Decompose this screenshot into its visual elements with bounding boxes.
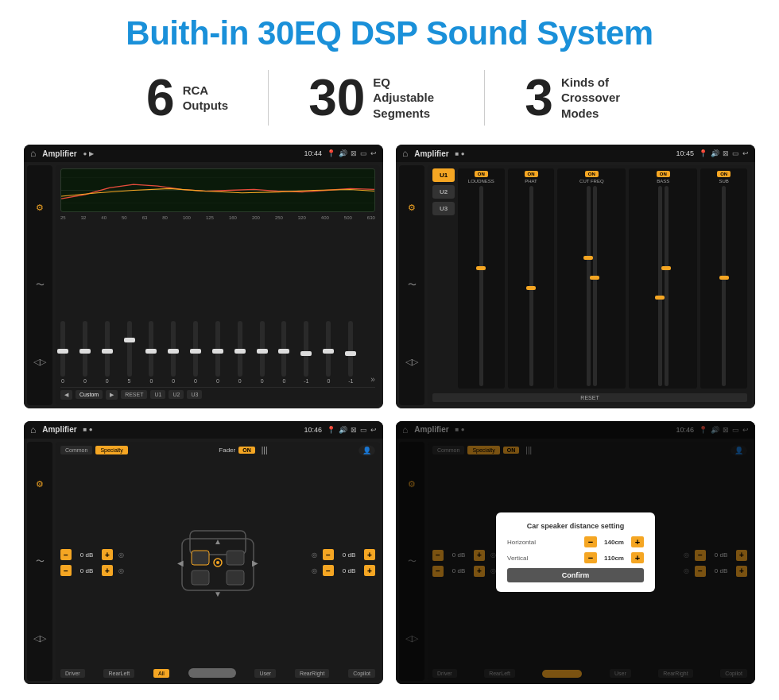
cutfreq-on[interactable]: ON — [585, 171, 599, 177]
svg-rect-7 — [192, 570, 209, 585]
cross-toolbar-wave[interactable]: 〜 — [408, 279, 417, 291]
eq-status-bar: ⌂ Amplifier ● ▶ 10:44 📍 🔊 ⊠ ▭ ↩ — [24, 145, 383, 162]
eq-slider-3[interactable]: 5 — [127, 321, 132, 384]
freq-100: 100 — [183, 215, 191, 220]
loudness-on[interactable]: ON — [475, 171, 488, 177]
loudness-slider[interactable] — [479, 186, 483, 386]
cross-home-icon[interactable]: ⌂ — [402, 148, 408, 159]
bass-slider-g[interactable] — [665, 186, 669, 386]
fader-center: ▲ ▼ ◀ ▶ — [130, 461, 305, 666]
eq-next-btn[interactable]: ▶ — [106, 390, 118, 400]
db-minus-tr[interactable]: − — [323, 549, 334, 560]
eq-slider-9[interactable]: 0 — [260, 321, 265, 384]
dialog-horiz-plus[interactable]: + — [631, 536, 644, 547]
cutfreq-slider-f[interactable] — [587, 186, 591, 386]
fader-slider-h[interactable]: ||| — [262, 446, 268, 454]
freq-630: 630 — [367, 215, 375, 220]
fader-toolbar-vol[interactable]: ◁▷ — [33, 633, 46, 644]
fader-tab-common[interactable]: Common — [60, 446, 92, 454]
eq-slider-13[interactable]: -1 — [348, 321, 353, 384]
cutfreq-slider-g[interactable] — [593, 186, 597, 386]
eq-freq-labels: 25 32 40 50 63 80 100 125 160 200 250 32… — [60, 215, 375, 220]
eq-slider-1[interactable]: 0 — [83, 321, 87, 384]
confirm-button[interactable]: Confirm — [507, 568, 644, 582]
rearright-btn[interactable]: RearRight — [295, 669, 330, 678]
rearleft-btn[interactable]: RearLeft — [103, 669, 134, 678]
eq-slider-7[interactable]: 0 — [215, 321, 220, 384]
bass-slider-f[interactable] — [658, 186, 662, 386]
eq-toolbar-vol[interactable]: ◁▷ — [33, 357, 46, 367]
eq-toolbar-wave[interactable]: 〜 — [36, 279, 45, 291]
db-plus-tr[interactable]: + — [364, 549, 375, 560]
eq-slider-12[interactable]: 0 — [326, 321, 331, 384]
eq-u1-btn[interactable]: U1 — [150, 390, 165, 399]
dialog-vert-minus[interactable]: − — [584, 552, 597, 563]
eq-content: ⚙ 〜 ◁▷ — [24, 162, 383, 408]
copilot-btn[interactable]: Copilot — [348, 669, 375, 678]
fader-range-slider[interactable] — [188, 668, 236, 678]
eq-slider-0[interactable]: 0 — [60, 321, 65, 384]
eq-slider-10[interactable]: 0 — [281, 321, 286, 384]
battery-icon: ▭ — [360, 149, 367, 157]
cross-toolbar-eq[interactable]: ⚙ — [408, 203, 416, 213]
eq-prev-btn[interactable]: ◀ — [60, 390, 72, 400]
fader-left-controls: − 0 dB + ◎ − 0 dB + ◎ — [60, 549, 124, 576]
db-plus-tl[interactable]: + — [102, 549, 113, 560]
dialog-horiz-label: Horizontal — [507, 539, 536, 546]
db-minus-tl[interactable]: − — [60, 549, 72, 560]
fader-on-badge[interactable]: ON — [238, 447, 255, 454]
phat-slider[interactable] — [529, 186, 533, 386]
dialog-vert-plus[interactable]: + — [631, 552, 644, 563]
bass-label: BASS — [657, 179, 669, 184]
db-plus-bl[interactable]: + — [102, 565, 113, 576]
cross-reset-btn[interactable]: RESET — [432, 393, 747, 402]
svg-text:▶: ▶ — [252, 559, 258, 567]
back-icon[interactable]: ↩ — [370, 149, 377, 157]
svg-rect-6 — [227, 551, 244, 565]
eq-reset-btn[interactable]: RESET — [121, 390, 147, 399]
eq-slider-4[interactable]: 0 — [149, 321, 153, 384]
eq-slider-8[interactable]: 0 — [238, 321, 242, 384]
eq-slider-expand[interactable]: » — [370, 351, 375, 384]
bass-on[interactable]: ON — [657, 171, 670, 177]
fader-top: Common Specialty Fader ON ||| 👤 — [60, 445, 375, 456]
cross-location-icon: 📍 — [699, 149, 707, 157]
stat-cross-label: Kinds ofCrossover Modes — [561, 75, 633, 122]
svg-text:◀: ◀ — [177, 559, 184, 567]
eq-toolbar-eq[interactable]: ⚙ — [36, 203, 44, 213]
eq-slider-2[interactable]: 0 — [105, 321, 110, 384]
dialog-horiz-minus[interactable]: − — [584, 536, 597, 547]
sub-slider[interactable] — [722, 186, 726, 386]
fader-tab-specialty[interactable]: Specialty — [95, 446, 127, 454]
eq-slider-11[interactable]: -1 — [304, 321, 308, 384]
fader-person-icon[interactable]: 👤 — [358, 445, 375, 456]
home-icon[interactable]: ⌂ — [30, 148, 36, 159]
fader-label: Fader — [219, 447, 235, 454]
fader-home-icon[interactable]: ⌂ — [30, 424, 36, 435]
db-plus-br[interactable]: + — [364, 565, 375, 576]
user-btn[interactable]: User — [254, 669, 276, 678]
u1-button[interactable]: U1 — [432, 168, 455, 182]
cross-toolbar-vol[interactable]: ◁▷ — [405, 357, 418, 367]
eq-u2-btn[interactable]: U2 — [169, 390, 184, 399]
eq-slider-6[interactable]: 0 — [193, 321, 198, 384]
u3-button[interactable]: U3 — [432, 202, 455, 215]
phat-on[interactable]: ON — [525, 171, 538, 177]
eq-u3-btn[interactable]: U3 — [187, 390, 202, 399]
fader-content: ⚙ 〜 ◁▷ Common Specialty Fader ON ||| 👤 — [24, 439, 383, 685]
driver-btn[interactable]: Driver — [60, 669, 85, 678]
u-buttons: U1 U2 U3 — [432, 168, 455, 389]
cross-back-icon[interactable]: ↩ — [742, 149, 749, 157]
db-minus-bl[interactable]: − — [60, 565, 72, 576]
eq-preset-btn[interactable]: Custom — [76, 390, 103, 399]
eq-slider-5[interactable]: 0 — [171, 321, 176, 384]
fader-back-icon[interactable]: ↩ — [370, 426, 377, 434]
fader-toolbar-eq[interactable]: ⚙ — [36, 479, 44, 489]
sub-on[interactable]: ON — [717, 171, 731, 177]
u2-button[interactable]: U2 — [432, 185, 455, 199]
db-minus-br[interactable]: − — [323, 565, 334, 576]
fader-toolbar-wave[interactable]: 〜 — [36, 555, 45, 567]
all-btn[interactable]: All — [153, 669, 169, 678]
cross-settings-icon: ⊠ — [723, 149, 729, 157]
freq-50: 50 — [122, 215, 127, 220]
